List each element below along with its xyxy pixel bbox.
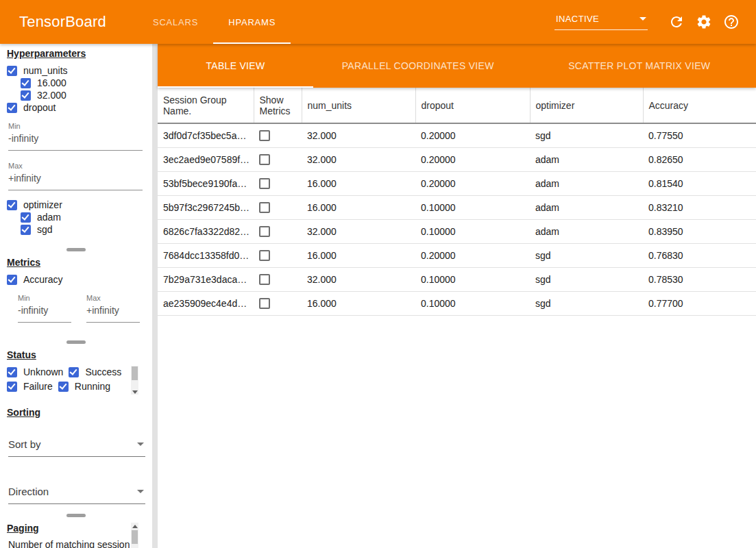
paging-scrollbar[interactable] [131,523,138,548]
settings-gear-icon[interactable] [696,14,712,30]
checked-checkbox-icon [21,78,31,88]
metrics-section: Metrics Accuracy Min Max [7,257,144,323]
show-metrics-checkbox[interactable] [259,178,270,189]
metrics-title: Metrics [7,257,144,268]
checkbox-status-failure[interactable]: Failure [7,380,53,393]
scroll-thumb[interactable] [132,530,138,544]
show-metrics-checkbox[interactable] [259,250,270,261]
show-metrics-checkbox[interactable] [259,226,270,237]
table-row: 6826c7fa3322d82…32.0000.10000adam0.83950 [158,219,756,243]
dropout-max-input[interactable] [8,170,143,190]
section-divider [0,339,152,345]
cell-dropout: 0.10000 [415,219,530,243]
dropout-max-field: Max [8,162,144,190]
checkbox-label: optimizer [23,199,62,210]
cell-optimizer: sgd [530,267,643,291]
chevron-down-icon [137,443,144,446]
cell-optimizer: adam [530,195,643,219]
checkbox-num-units[interactable]: num_units [7,64,144,77]
cell-optimizer: adam [530,219,643,243]
cell-num-units: 16.000 [302,243,415,267]
hyperparameters-section: Hyperparameters num_units 16.000 32.000 … [7,48,144,236]
cell-dropout: 0.20000 [415,123,530,147]
refresh-icon[interactable] [668,14,685,30]
checkbox-label: num_units [23,65,68,76]
show-metrics-checkbox[interactable] [259,130,270,141]
col-header-show-metrics[interactable]: Show Metrics [254,88,302,123]
checkbox-accuracy[interactable]: Accuracy [7,273,144,286]
show-metrics-checkbox[interactable] [259,298,270,309]
sorting-section: Sorting Sort by Direction [7,407,144,504]
resize-handle[interactable] [66,248,86,251]
checkbox-status-success[interactable]: Success [69,366,121,378]
checkbox-status-unknown[interactable]: Unknown [7,366,63,378]
reload-status-select[interactable]: INACTIVE [554,14,648,30]
table-body: 3df0d7cf35bec5a…32.0000.20000sgd0.775503… [158,123,756,315]
checkbox-optimizer-sgd[interactable]: sgd [21,223,144,236]
num-units-options: 16.000 32.000 [21,77,144,101]
dropout-min-input[interactable] [8,130,143,151]
tab-scalars[interactable]: SCALARS [138,0,213,44]
col-header-session-group-name[interactable]: Session Group Name. [158,88,254,123]
status-section: Status Unknown Success Failure [7,349,144,395]
direction-dropdown[interactable]: Direction [8,486,145,504]
checkbox-dropout[interactable]: dropout [7,101,144,114]
checkbox-num-units-16[interactable]: 16.000 [21,77,144,89]
cell-session-group-name: 7684dcc13358fd0… [158,243,254,267]
sort-by-label: Sort by [8,438,41,450]
status-scrollbar[interactable] [131,366,138,395]
checked-checkbox-icon [7,275,17,285]
checkbox-optimizer-adam[interactable]: adam [21,211,144,223]
status-row: Failure Running [7,380,126,393]
metrics-max-input[interactable] [86,302,140,323]
tab-parallel-coordinates-view[interactable]: PARALLEL COORDINATES VIEW [313,44,523,88]
col-header-optimizer[interactable]: optimizer [530,88,643,123]
scroll-thumb[interactable] [132,366,138,380]
cell-show-metrics [254,123,302,147]
checked-checkbox-icon [7,66,17,76]
sorting-title: Sorting [7,407,144,418]
metrics-min-input[interactable] [18,302,71,323]
checkbox-optimizer[interactable]: optimizer [7,199,144,211]
cell-accuracy: 0.76830 [643,243,756,267]
checkbox-num-units-32[interactable]: 32.000 [21,89,144,101]
show-metrics-checkbox[interactable] [259,202,270,213]
checkbox-status-running[interactable]: Running [58,380,110,393]
help-icon[interactable] [723,14,740,30]
tab-scatter-plot-matrix-view[interactable]: SCATTER PLOT MATRIX VIEW [523,44,756,88]
col-header-dropout[interactable]: dropout [415,88,530,123]
tab-hparams[interactable]: HPARAMS [213,0,291,44]
metrics-max-field: Max [86,294,140,323]
cell-accuracy: 0.81540 [643,171,756,195]
paging-section: Paging Number of matching session groups… [7,523,144,548]
app-logo: TensorBoard [19,13,106,31]
tab-table-view[interactable]: TABLE VIEW [158,44,313,88]
checkbox-label: Accuracy [23,274,63,285]
checked-checkbox-icon [7,103,17,113]
cell-optimizer: adam [530,147,643,171]
show-metrics-checkbox[interactable] [259,154,270,165]
resize-handle[interactable] [66,340,86,344]
scroll-down-icon[interactable] [132,390,138,394]
scroll-up-icon[interactable] [132,525,138,528]
status-title: Status [7,349,144,360]
cell-show-metrics [254,267,302,291]
direction-label: Direction [8,486,49,497]
cell-show-metrics [254,291,302,315]
sort-by-dropdown[interactable]: Sort by [8,438,145,457]
content-area: Hyperparameters num_units 16.000 32.000 … [0,44,756,548]
table-header-row: Session Group Name. Show Metrics num_uni… [158,88,756,123]
show-metrics-checkbox[interactable] [259,274,270,285]
cell-session-group-name: 53bf5bece9190fa… [158,171,254,195]
col-header-accuracy[interactable]: Accuracy [643,88,756,123]
resize-handle[interactable] [66,514,86,517]
cell-num-units: 16.000 [302,291,415,315]
checkbox-label: Running [75,381,110,392]
table-row: 3ec2aed9e07589f…32.0000.20000adam0.82650 [158,147,756,171]
col-header-num-units[interactable]: num_units [302,88,415,123]
cell-accuracy: 0.77700 [643,291,756,315]
field-label: Min [8,122,144,130]
cell-dropout: 0.10000 [415,291,530,315]
table-container: Session Group Name. Show Metrics num_uni… [158,88,756,548]
cell-accuracy: 0.77550 [643,123,756,147]
